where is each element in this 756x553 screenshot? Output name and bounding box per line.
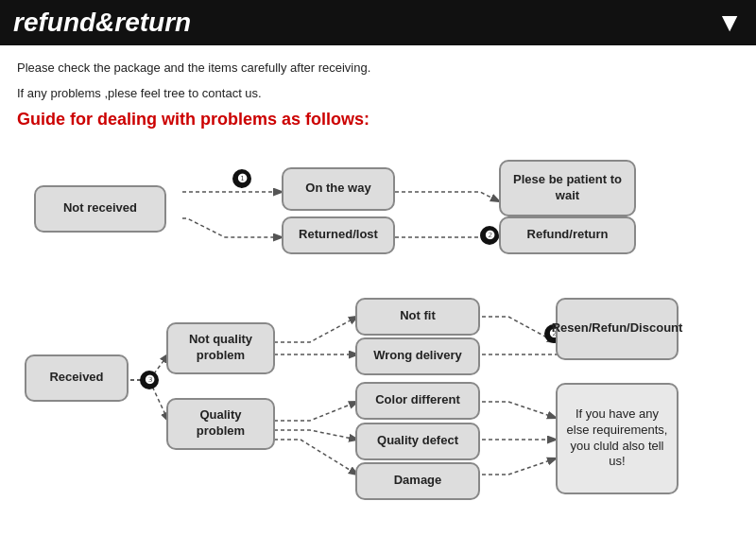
please-wait-node: Plese be patient to wait: [499, 160, 636, 216]
received-node: Received: [25, 354, 129, 402]
header-title: refund&return: [13, 8, 191, 38]
badge-1: ❶: [232, 169, 251, 188]
bottom-section: Received ❸ Not quality problem Quality p…: [17, 290, 739, 508]
wrong-delivery-node: Wrong delivery: [355, 337, 480, 375]
damage-node: Damage: [355, 462, 480, 500]
intro-line2: If any problems ,plese feel tree to cont…: [17, 84, 739, 104]
quality-defect-node: Quality defect: [355, 423, 480, 460]
content: Please check the package and the items c…: [0, 45, 756, 517]
top-section: Not received ❶ On the way Returned/lost …: [17, 143, 739, 283]
refund-return-node: Refund/return: [499, 216, 636, 254]
header-arrow: ▼: [716, 8, 743, 38]
badge-3: ❸: [140, 371, 159, 389]
if-you-have-node: If you have any else requirements, you c…: [556, 383, 679, 494]
header: refund&return ▼: [0, 0, 756, 45]
returned-lost-node: Returned/lost: [282, 216, 395, 254]
badge-2-top: ❷: [480, 226, 499, 245]
color-different-node: Color different: [355, 382, 480, 420]
flowchart: Not received ❶ On the way Returned/lost …: [17, 143, 739, 508]
guide-title: Guide for dealing with problems as follo…: [17, 110, 739, 130]
not-quality-node: Not quality problem: [166, 322, 275, 374]
not-fit-node: Not fit: [355, 298, 480, 336]
not-received-node: Not received: [34, 185, 166, 233]
intro-line1: Please check the package and the items c…: [17, 59, 739, 78]
on-the-way-node: On the way: [282, 167, 395, 211]
quality-problem-node: Quality problem: [166, 398, 275, 450]
resen-refund-node: Resen/Refun/Discount: [556, 298, 679, 360]
